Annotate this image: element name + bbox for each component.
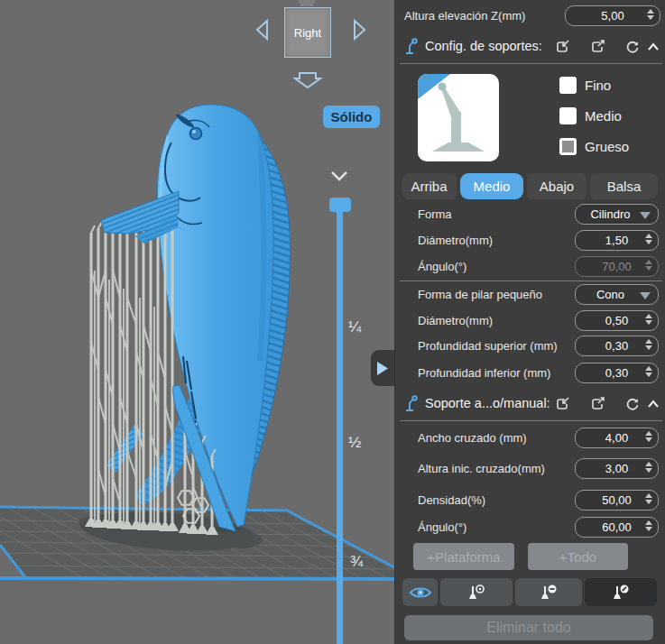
spin-up-icon[interactable] [645, 339, 652, 344]
edit-support-icon [611, 584, 631, 602]
toggle-visibility-button[interactable] [402, 578, 438, 606]
add-all-label: +Todo [559, 549, 596, 565]
export-settings-icon[interactable] [590, 397, 606, 413]
slider-mark-quarter: ¼ [348, 318, 361, 336]
option-medio[interactable]: Medio [559, 106, 622, 125]
rotate-right-arrow-icon[interactable] [348, 18, 370, 41]
delete-all-button[interactable]: Eliminar todo [404, 615, 653, 640]
small-pillar-shape-select[interactable]: Cono [575, 284, 659, 305]
z-lift-value: 5,00 [566, 9, 660, 23]
medio-checkbox[interactable] [559, 107, 577, 124]
spin-down-icon[interactable] [645, 345, 652, 350]
dropdown-arrow-icon [640, 292, 651, 299]
cross-angle-input[interactable]: 60,00 [575, 517, 659, 538]
cross-width-label: Ancho cruzado (mm) [418, 428, 527, 449]
reset-settings-icon[interactable] [624, 40, 641, 56]
spin-up-icon[interactable] [645, 234, 652, 238]
support-config-header: Config. de soportes: [395, 36, 665, 61]
spin-up-icon[interactable] [645, 520, 652, 525]
diameter-input[interactable]: 1,50 [575, 230, 659, 251]
rotate-down-arrow-icon[interactable] [292, 70, 323, 90]
collapse-section-icon[interactable] [645, 40, 661, 56]
render-mode-label: Sólido [331, 109, 373, 124]
spin-down-icon[interactable] [645, 320, 652, 325]
divider [400, 281, 662, 281]
bottom-depth-input[interactable]: 0,30 [575, 363, 659, 383]
dropdown-arrow-icon [640, 212, 651, 219]
divider [400, 63, 662, 64]
manual-support-title: Soporte a...o/manual: [425, 396, 550, 410]
spin-up-icon[interactable] [645, 314, 652, 318]
grueso-label: Grueso [585, 139, 629, 154]
add-support-mode-button[interactable] [440, 578, 513, 606]
small-pillar-diameter-input[interactable]: 0,50 [575, 310, 659, 331]
spin-up-icon[interactable] [645, 260, 652, 264]
spin-up-icon[interactable] [645, 431, 652, 436]
top-depth-label: Profundidad superior (mm) [418, 336, 558, 357]
top-depth-input[interactable]: 0,30 [575, 336, 659, 356]
reset-settings-icon[interactable] [624, 397, 641, 413]
spin-down-icon[interactable] [645, 240, 652, 244]
density-input[interactable]: 50,00 [575, 490, 659, 511]
slider-chevron-down-icon[interactable] [330, 170, 348, 181]
cross-start-height-label: Altura inic. cruzado(mm) [418, 458, 545, 480]
viewport-3d-scene[interactable] [0, 0, 394, 644]
spin-up-icon[interactable] [645, 462, 652, 466]
small-pillar-shape-label: Forma de pilar pequeño [418, 284, 542, 306]
viewport-3d[interactable]: Right Sólido ¼ ½ ¾ [0, 0, 394, 644]
shape-select[interactable]: Cilindro [575, 204, 659, 225]
small-pillar-diameter-label: Diámetro(mm) [418, 310, 493, 332]
import-settings-icon[interactable] [555, 40, 571, 56]
fino-checkbox[interactable] [559, 77, 577, 94]
edit-support-mode-button[interactable] [585, 578, 657, 606]
spin-down-icon[interactable] [647, 15, 654, 20]
option-grueso[interactable]: Grueso [559, 137, 629, 156]
tab-arriba[interactable]: Arriba [402, 173, 457, 199]
grueso-checkbox[interactable] [559, 138, 577, 155]
spin-up-icon[interactable] [645, 493, 652, 498]
delete-all-label: Eliminar todo [486, 620, 570, 636]
cross-angle-label: Ángulo(°) [418, 517, 466, 538]
diameter-label: Diámetro(mm) [418, 230, 493, 252]
medio-label: Medio [585, 108, 622, 124]
spin-down-icon[interactable] [645, 500, 652, 504]
spin-down-icon[interactable] [645, 437, 652, 442]
spin-up-icon[interactable] [645, 366, 652, 371]
eye-icon [409, 584, 432, 601]
panel-collapse-toggle[interactable] [371, 350, 394, 386]
slicer-app: Right Sólido ¼ ½ ¾ Altura el [0, 0, 665, 644]
angle-input[interactable]: 70,00 [575, 256, 659, 277]
view-cube[interactable]: Right [284, 7, 331, 58]
cross-start-height-input[interactable]: 3,00 [575, 458, 659, 479]
divider [400, 420, 662, 421]
layer-slider-track[interactable] [337, 205, 343, 644]
support-config-title: Config. de soportes: [425, 39, 542, 53]
spin-down-icon[interactable] [645, 527, 652, 531]
tab-abajo[interactable]: Abajo [527, 173, 586, 199]
z-lift-spinner[interactable] [647, 9, 654, 20]
z-lift-input[interactable]: 5,00 [565, 5, 660, 26]
tab-balsa[interactable]: Balsa [590, 173, 658, 199]
import-settings-icon[interactable] [555, 397, 571, 413]
cross-width-input[interactable]: 4,00 [575, 428, 659, 448]
add-all-button[interactable]: +Todo [528, 543, 628, 570]
slider-mark-half: ½ [348, 434, 361, 452]
remove-support-icon [539, 584, 559, 602]
tab-medio[interactable]: Medio [460, 173, 523, 199]
add-support-icon [466, 584, 486, 602]
option-fino[interactable]: Fino [559, 76, 611, 95]
spin-up-icon[interactable] [647, 9, 654, 14]
density-label: Densidad(%) [418, 490, 485, 511]
add-platform-label: +Plataforma [427, 549, 500, 565]
render-mode-button[interactable]: Sólido [323, 106, 380, 128]
remove-support-mode-button[interactable] [515, 578, 582, 606]
spin-down-icon[interactable] [645, 373, 652, 377]
add-platform-button[interactable]: +Plataforma [413, 543, 514, 570]
spin-down-icon[interactable] [645, 468, 652, 473]
support-section-tabs: Arriba Medio Abajo Balsa [402, 173, 658, 199]
rotate-left-arrow-icon[interactable] [252, 18, 273, 41]
export-settings-icon[interactable] [590, 40, 606, 56]
spin-down-icon[interactable] [645, 266, 652, 271]
collapse-section-icon[interactable] [645, 397, 661, 413]
slider-mark-three-quarter: ¾ [350, 553, 363, 571]
